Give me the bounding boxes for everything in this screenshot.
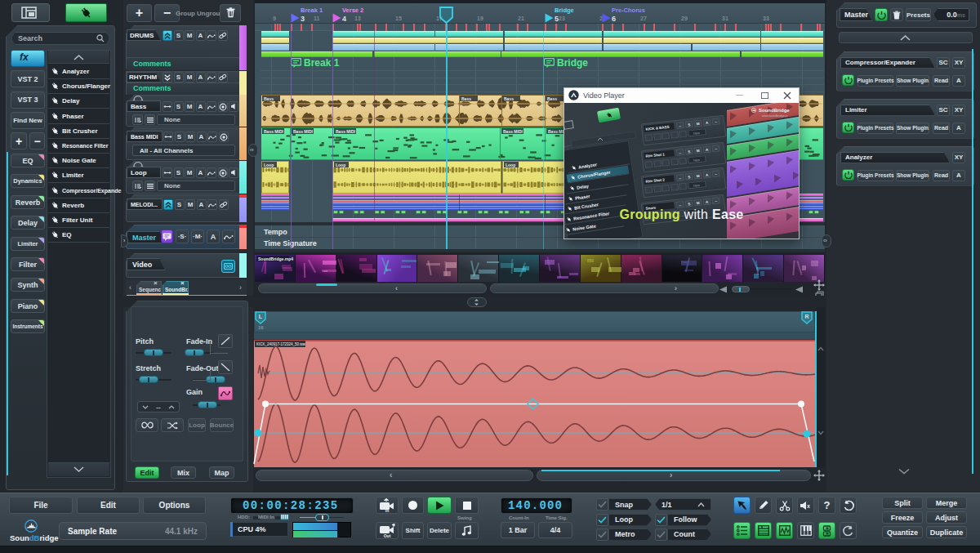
svg-text:x: x [807,502,810,508]
